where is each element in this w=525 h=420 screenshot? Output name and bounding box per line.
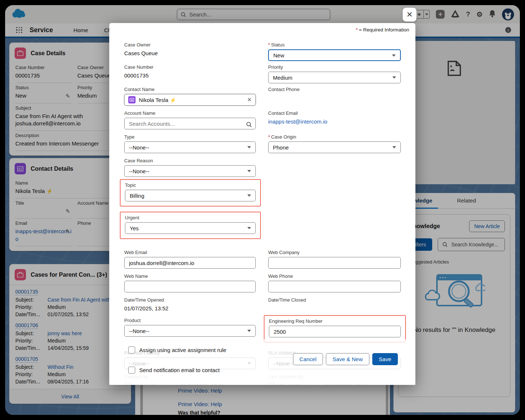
- field-case-number: Case Number 00001735: [124, 64, 256, 82]
- field-status: *Status New: [268, 42, 401, 61]
- required-asterisk: *: [268, 134, 270, 140]
- close-icon[interactable]: ✕: [403, 8, 416, 22]
- field-datetime-opened: Date/Time Opened 01/07/2025, 13:52: [124, 297, 256, 314]
- field-type: Type --None--: [124, 134, 256, 153]
- eng-req-highlight-box: Engineering Req Number: [264, 315, 406, 343]
- product-select[interactable]: --None--: [124, 325, 256, 337]
- remove-contact-icon[interactable]: ✕: [247, 97, 252, 103]
- field-case-origin: *Case Origin Phone: [268, 134, 401, 153]
- modal-footer: Assign using active assignment rule Send…: [109, 339, 415, 385]
- checkbox-label: Send notification email to contact: [139, 367, 220, 373]
- field-contact-phone: Contact Phone: [268, 87, 401, 94]
- cancel-button[interactable]: Cancel: [293, 353, 323, 365]
- required-asterisk: *: [356, 27, 358, 33]
- web-phone-input[interactable]: [268, 281, 401, 292]
- required-note: *= Required Information: [356, 27, 409, 33]
- edit-case-modal: ✕ *= Required Information Case Owner Cas…: [109, 23, 415, 385]
- field-web-company: Web Company: [268, 250, 401, 269]
- topic-highlight-box: Topic Billing: [120, 179, 261, 207]
- web-name-input[interactable]: [124, 281, 256, 292]
- eng-req-number-input[interactable]: [269, 326, 401, 337]
- case-reason-select[interactable]: --None--: [124, 165, 256, 177]
- checkbox[interactable]: [128, 367, 135, 374]
- field-case-reason: Case Reason --None--: [124, 158, 256, 177]
- field-case-owner: Case Owner Cases Queue: [124, 42, 256, 59]
- field-web-name: Web Name: [124, 273, 256, 292]
- checkbox-label: Assign using active assignment rule: [139, 347, 226, 353]
- checkbox[interactable]: [128, 347, 135, 353]
- field-datetime-closed: Date/Time Closed: [268, 297, 401, 304]
- urgent-highlight-box: Urgent Yes: [120, 212, 261, 239]
- web-company-input[interactable]: [268, 257, 401, 269]
- save-and-new-button[interactable]: Save & New: [326, 353, 369, 365]
- search-icon: [246, 122, 252, 127]
- account-lookup-input[interactable]: [124, 118, 256, 129]
- urgent-select[interactable]: Yes: [125, 222, 256, 234]
- contact-email-link[interactable]: inapps-test@intercom.io: [268, 118, 327, 125]
- bolt-icon: ⚡: [170, 97, 176, 103]
- field-contact-email: Contact Email inapps-test@intercom.io: [268, 110, 401, 128]
- field-contact-name: Contact Name Nikola Tesla ⚡ ✕: [124, 87, 256, 106]
- save-button[interactable]: Save: [372, 353, 398, 365]
- priority-select[interactable]: Medium: [268, 72, 401, 83]
- case-origin-select[interactable]: Phone: [268, 141, 401, 153]
- field-web-email: Web Email: [124, 250, 256, 269]
- field-priority: Priority Medium: [268, 64, 401, 83]
- field-web-phone: Web Phone: [268, 273, 401, 292]
- modal-form: Case Owner Cases Queue *Status New Case …: [109, 39, 415, 385]
- notification-email-checkbox-row: Send notification email to contact: [128, 367, 220, 374]
- contact-icon: [128, 96, 136, 103]
- type-select[interactable]: --None--: [124, 141, 256, 153]
- field-account-name: Account Name: [124, 110, 256, 129]
- required-asterisk: *: [268, 42, 270, 48]
- web-email-input[interactable]: [124, 257, 256, 269]
- field-product: Product --None--: [124, 318, 256, 337]
- app-window: Search... ★ + ? ⚙ Ser: [5, 5, 520, 415]
- contact-name-lookup[interactable]: Nikola Tesla ⚡ ✕: [124, 94, 256, 106]
- status-select[interactable]: New: [268, 49, 401, 61]
- assignment-rule-checkbox-row: Assign using active assignment rule: [128, 347, 226, 353]
- topic-select[interactable]: Billing: [125, 190, 256, 201]
